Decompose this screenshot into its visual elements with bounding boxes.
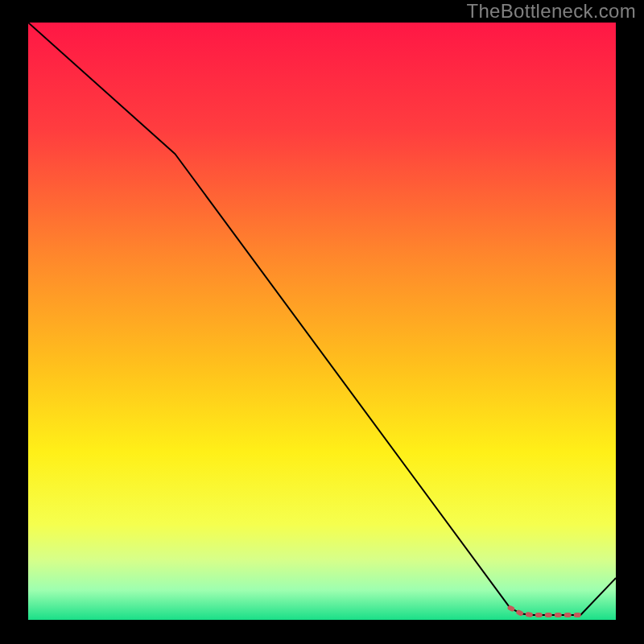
- chart-svg: [28, 23, 616, 620]
- chart-background: [28, 23, 616, 620]
- chart-plot-area: [28, 23, 616, 620]
- chart-frame: TheBottleneck.com: [0, 0, 644, 644]
- attribution-text: TheBottleneck.com: [466, 0, 636, 23]
